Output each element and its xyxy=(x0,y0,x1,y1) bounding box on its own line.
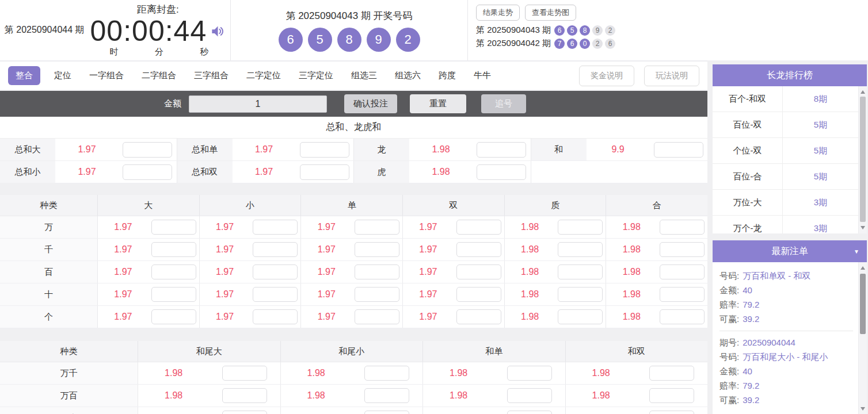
bet-amount-input[interactable] xyxy=(300,142,349,158)
bet-amount-input[interactable] xyxy=(151,287,196,302)
bet-amount-input[interactable] xyxy=(456,242,501,257)
bet-amount-input[interactable] xyxy=(355,242,399,257)
tab-item[interactable]: 定位 xyxy=(54,66,71,85)
scroll-down-icon[interactable] xyxy=(859,404,867,413)
help-button[interactable]: 玩法说明 xyxy=(644,66,699,86)
scroll-down-icon[interactable] xyxy=(859,223,867,232)
latest-scrollbar[interactable] xyxy=(858,262,867,414)
bet-amount-input[interactable] xyxy=(355,287,399,302)
scrollbar-thumb[interactable] xyxy=(860,274,866,334)
bet-amount-input[interactable] xyxy=(364,366,409,381)
bet-amount-input[interactable] xyxy=(355,220,399,235)
bet-amount-input[interactable] xyxy=(253,242,298,257)
bet-amount-input[interactable] xyxy=(253,264,298,279)
bet-amount-input[interactable] xyxy=(558,220,603,235)
field-label: 可赢: xyxy=(719,393,739,407)
odds-value: 1.97 xyxy=(403,312,454,322)
bet-amount-input[interactable] xyxy=(355,264,399,279)
bet-amount-input[interactable] xyxy=(300,164,349,180)
bet-amount-input[interactable] xyxy=(364,411,409,414)
bet-amount-input[interactable] xyxy=(123,164,172,180)
dragon-rank-row[interactable]: 个位-双5期 xyxy=(713,138,858,164)
trend-button[interactable]: 结果走势 xyxy=(476,5,520,21)
tab-item[interactable]: 一字组合 xyxy=(89,66,124,85)
chase-number-button[interactable]: 追号 xyxy=(481,94,526,113)
sum-dragon-tiger-section: 总和、龙虎和 总和大1.97总和单1.97龙1.98和9.9总和小1.97总和双… xyxy=(0,117,707,183)
bet-amount-input[interactable] xyxy=(660,264,705,279)
bet-amount-input[interactable] xyxy=(222,411,267,414)
bet-amount-input[interactable] xyxy=(151,242,196,257)
history-period-label: 第 20250904043 期 xyxy=(476,25,551,36)
bet-amount-input[interactable] xyxy=(649,366,694,381)
bet-amount-input[interactable] xyxy=(355,309,399,324)
history-list: 第 20250904043 期65892第 20250904042 期76026 xyxy=(476,25,868,49)
dragon-scrollbar[interactable] xyxy=(858,86,867,233)
bet-amount-input[interactable] xyxy=(253,220,298,235)
tab-item[interactable]: 组选六 xyxy=(395,66,421,85)
bet-amount-input[interactable] xyxy=(660,242,705,257)
tab-item[interactable]: 三字组合 xyxy=(194,66,229,85)
bet-cell: 总和小1.97 xyxy=(0,161,177,183)
bet-amount-input[interactable] xyxy=(364,388,409,403)
bet-amount-input[interactable] xyxy=(151,220,196,235)
bet-amount-input[interactable] xyxy=(253,309,298,324)
tab-item[interactable]: 跨度 xyxy=(439,66,456,85)
bet-amount-input[interactable] xyxy=(558,242,603,257)
bet-amount-input[interactable] xyxy=(660,309,705,324)
bet-cell: 1.98 xyxy=(505,283,607,305)
column-header: 质 xyxy=(505,195,607,216)
bet-amount-input[interactable] xyxy=(649,388,694,403)
dragon-rank-row[interactable]: 百位-合5期 xyxy=(713,164,858,190)
dragon-rank-row[interactable]: 百个-和双8期 xyxy=(713,86,858,112)
tab-item[interactable]: 三字定位 xyxy=(299,66,333,85)
confirm-bet-button[interactable]: 确认投注 xyxy=(344,94,397,113)
tab-item[interactable]: 二字定位 xyxy=(246,66,281,85)
amount-input[interactable] xyxy=(189,95,327,113)
bet-amount-input[interactable] xyxy=(151,309,196,324)
column-header: 和双 xyxy=(566,341,708,362)
bet-cell: 1.97 xyxy=(98,306,200,328)
scroll-up-icon[interactable] xyxy=(859,263,867,273)
collapse-caret-icon[interactable]: ▼ xyxy=(854,248,859,255)
tab-item[interactable]: 整合 xyxy=(8,66,40,85)
bet-amount-input[interactable] xyxy=(456,220,501,235)
bet-amount-input[interactable] xyxy=(456,287,501,302)
reset-button[interactable]: 重置 xyxy=(410,94,466,113)
bet-cell: 1.97 xyxy=(301,216,403,238)
trend-button[interactable]: 查看走势图 xyxy=(525,5,576,21)
bet-amount-input[interactable] xyxy=(507,366,552,381)
bet-amount-input[interactable] xyxy=(558,309,603,324)
bet-amount-input[interactable] xyxy=(477,164,526,180)
bet-amount-input[interactable] xyxy=(253,287,298,302)
bet-amount-input[interactable] xyxy=(660,287,705,302)
bet-amount-input[interactable] xyxy=(222,388,267,403)
bet-amount-input[interactable] xyxy=(558,264,603,279)
bet-amount-input[interactable] xyxy=(123,142,172,158)
history-ball: 5 xyxy=(567,25,577,36)
speaker-icon[interactable] xyxy=(210,24,226,39)
tab-item[interactable]: 组选三 xyxy=(351,66,377,85)
dragon-rank-row[interactable]: 万个-龙3期 xyxy=(713,216,858,233)
draw-result-block: 第 20250904043 期 开奖号码 65892 xyxy=(231,0,468,60)
bet-amount-input[interactable] xyxy=(222,366,267,381)
scrollbar-thumb[interactable] xyxy=(860,97,866,222)
bet-amount-input[interactable] xyxy=(654,142,703,158)
bet-amount-input[interactable] xyxy=(660,220,705,235)
tab-item[interactable]: 二字组合 xyxy=(142,66,176,85)
scroll-up-icon[interactable] xyxy=(859,87,867,97)
bet-amount-input[interactable] xyxy=(477,142,526,158)
tab-item[interactable]: 牛牛 xyxy=(474,66,491,85)
dragon-name: 个位-双 xyxy=(713,138,783,163)
bet-cell: 1.98 xyxy=(505,216,607,238)
bet-amount-input[interactable] xyxy=(558,287,603,302)
dragon-rank-row[interactable]: 百位-双5期 xyxy=(713,112,858,138)
bet-amount-input[interactable] xyxy=(456,309,501,324)
bet-amount-input[interactable] xyxy=(507,388,552,403)
bet-amount-input[interactable] xyxy=(507,411,552,414)
help-button[interactable]: 奖金说明 xyxy=(579,66,634,86)
bet-cell: 1.98 xyxy=(281,407,424,414)
bet-amount-input[interactable] xyxy=(456,264,501,279)
bet-amount-input[interactable] xyxy=(649,411,694,414)
bet-amount-input[interactable] xyxy=(151,264,196,279)
dragon-rank-row[interactable]: 万位-大3期 xyxy=(713,190,858,216)
